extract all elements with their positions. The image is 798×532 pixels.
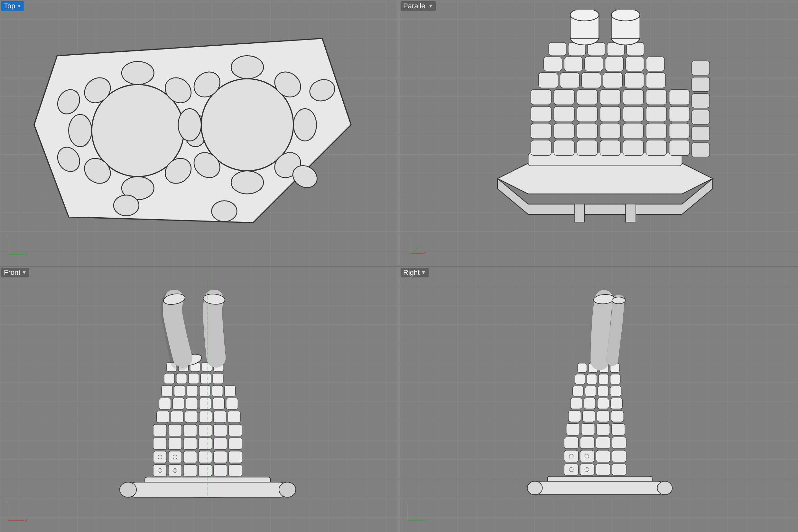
svg-rect-83: [692, 143, 710, 157]
viewport-parallel-label[interactable]: Parallel ▼: [401, 1, 436, 11]
svg-rect-46: [531, 107, 551, 122]
svg-rect-122: [183, 424, 197, 436]
svg-rect-173: [612, 463, 626, 475]
svg-rect-42: [600, 123, 621, 138]
svg-rect-45: [669, 123, 690, 138]
svg-rect-132: [159, 398, 170, 409]
svg-line-93: [411, 247, 420, 253]
top-label-text: Top: [4, 2, 15, 10]
svg-rect-191: [584, 398, 595, 409]
svg-rect-195: [585, 386, 596, 396]
svg-rect-64: [624, 73, 644, 88]
svg-rect-124: [214, 424, 227, 436]
svg-rect-199: [587, 374, 597, 384]
front-dropdown-arrow[interactable]: ▼: [21, 270, 27, 276]
svg-rect-90: [625, 204, 636, 222]
svg-rect-107: [229, 464, 242, 476]
parallel-label-text: Parallel: [403, 2, 427, 10]
svg-rect-179: [580, 437, 594, 449]
top-view-model: [6, 10, 373, 240]
svg-rect-40: [554, 123, 574, 138]
svg-rect-118: [214, 437, 227, 449]
svg-text:z: z: [409, 236, 411, 240]
svg-rect-88: [692, 61, 710, 75]
svg-rect-37: [646, 140, 667, 156]
svg-rect-44: [646, 123, 667, 138]
svg-rect-147: [200, 373, 211, 384]
svg-rect-127: [171, 411, 183, 422]
svg-rect-67: [564, 57, 582, 71]
svg-rect-134: [186, 398, 198, 409]
svg-text:x: x: [424, 251, 427, 255]
svg-rect-53: [531, 89, 551, 105]
svg-rect-198: [575, 374, 585, 384]
svg-rect-70: [625, 57, 644, 71]
svg-point-13: [178, 109, 201, 141]
svg-rect-72: [549, 42, 566, 56]
svg-rect-105: [199, 464, 212, 476]
svg-rect-35: [600, 140, 621, 156]
right-dropdown-arrow[interactable]: ▼: [421, 270, 426, 276]
svg-text:x: x: [25, 252, 27, 257]
svg-rect-113: [229, 451, 242, 462]
right-view-svg: [425, 276, 779, 507]
parallel-view-svg: [419, 10, 792, 240]
svg-rect-65: [646, 73, 666, 88]
svg-rect-85: [692, 110, 710, 125]
svg-rect-62: [581, 73, 601, 88]
svg-text:z: z: [6, 501, 8, 505]
svg-point-101: [120, 482, 137, 497]
svg-text:y: y: [420, 243, 422, 247]
svg-rect-47: [554, 107, 574, 122]
svg-rect-86: [692, 94, 710, 108]
svg-rect-146: [188, 373, 199, 384]
svg-rect-57: [623, 89, 643, 105]
top-dropdown-arrow[interactable]: ▼: [16, 3, 21, 9]
svg-rect-187: [583, 411, 595, 422]
svg-rect-140: [187, 385, 198, 396]
svg-point-12: [231, 171, 263, 194]
viewport-top[interactable]: Top ▼: [0, 0, 399, 266]
svg-rect-182: [566, 423, 580, 435]
viewport-right[interactable]: Right ▼: [399, 266, 798, 532]
svg-rect-116: [183, 437, 197, 449]
svg-rect-200: [598, 374, 609, 384]
svg-rect-177: [612, 450, 626, 462]
viewport-right-label[interactable]: Right ▼: [401, 268, 429, 278]
svg-rect-34: [577, 140, 598, 156]
parallel-view-model: [419, 10, 792, 240]
right-label-text: Right: [403, 268, 420, 277]
svg-rect-71: [646, 57, 665, 71]
svg-rect-197: [611, 386, 621, 396]
svg-marker-30: [497, 163, 713, 194]
svg-point-211: [612, 297, 625, 304]
svg-rect-106: [214, 464, 227, 476]
svg-rect-171: [580, 463, 594, 475]
svg-rect-125: [229, 424, 242, 436]
svg-text:x: x: [25, 518, 27, 523]
svg-rect-51: [646, 107, 667, 122]
viewport-parallel[interactable]: Parallel ▼: [399, 0, 798, 266]
viewport-front-label[interactable]: Front ▼: [1, 268, 29, 278]
svg-rect-194: [573, 386, 583, 396]
svg-rect-167: [535, 481, 665, 495]
svg-rect-39: [531, 123, 551, 138]
svg-rect-202: [578, 363, 587, 372]
svg-rect-188: [597, 411, 610, 422]
svg-rect-136: [213, 398, 224, 409]
svg-point-168: [527, 481, 543, 495]
svg-rect-148: [213, 373, 223, 384]
top-axes: x y: [5, 235, 31, 261]
viewport-top-label[interactable]: Top ▼: [1, 1, 24, 11]
svg-rect-192: [597, 398, 609, 409]
svg-rect-185: [611, 423, 625, 435]
svg-text:z: z: [405, 501, 407, 505]
svg-rect-144: [164, 373, 175, 384]
svg-rect-58: [646, 89, 667, 105]
parallel-dropdown-arrow[interactable]: ▼: [428, 3, 433, 9]
svg-rect-104: [183, 464, 197, 476]
svg-rect-176: [596, 450, 610, 462]
viewport-front[interactable]: Front ▼: [0, 266, 399, 532]
svg-rect-175: [580, 450, 594, 462]
svg-rect-111: [199, 451, 212, 462]
